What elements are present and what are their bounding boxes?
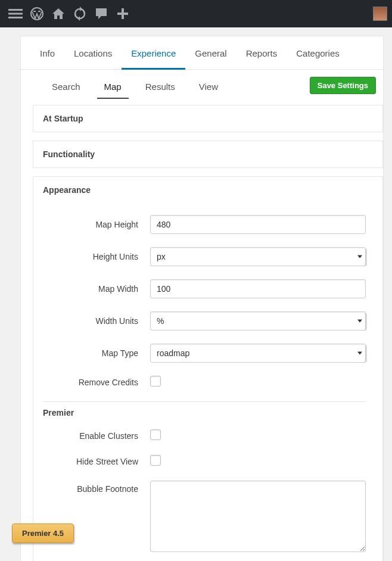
input-map-width[interactable] xyxy=(150,279,366,298)
checkbox-remove-credits[interactable] xyxy=(150,376,161,387)
textarea-bubble-footnote[interactable] xyxy=(150,481,366,552)
label-enable-clusters: Enable Clusters xyxy=(43,431,150,441)
row-height-units: Height Units px xyxy=(43,247,366,266)
svg-rect-5 xyxy=(117,13,128,15)
settings-panel: Info Locations Experience General Report… xyxy=(20,36,384,561)
checkbox-hide-street-view[interactable] xyxy=(150,455,161,466)
checkbox-enable-clusters[interactable] xyxy=(150,429,161,440)
row-map-height: Map Height xyxy=(43,215,366,234)
label-bubble-footnote: Bubble Footnote xyxy=(43,481,150,494)
label-hide-street-view: Hide Street View xyxy=(43,457,150,466)
section-functionality[interactable]: Functionality xyxy=(33,141,383,168)
menu-icon[interactable] xyxy=(5,0,26,27)
row-enable-clusters: Enable Clusters xyxy=(43,429,366,442)
save-settings-button[interactable]: Save Settings xyxy=(310,77,376,94)
row-width-units: Width Units % xyxy=(43,311,366,331)
section-header-appearance: Appearance xyxy=(33,177,382,203)
refresh-icon[interactable] xyxy=(69,0,91,27)
section-appearance: Appearance Map Height Height Units px Ma… xyxy=(33,176,383,561)
secondary-tabs: Search Map Results View xyxy=(40,76,230,99)
label-remove-credits: Remove Credits xyxy=(43,378,150,387)
tab-experience[interactable]: Experience xyxy=(122,36,185,69)
row-map-type: Map Type roadmap xyxy=(43,344,366,363)
wordpress-icon[interactable] xyxy=(26,0,48,27)
tab-info[interactable]: Info xyxy=(30,36,64,69)
premier-badge[interactable]: Premier 4.5 xyxy=(12,523,74,543)
plus-icon[interactable] xyxy=(112,0,133,27)
label-map-height: Map Height xyxy=(43,220,150,229)
secondary-tab-row: Search Map Results View Save Settings xyxy=(33,70,383,99)
admin-toolbar xyxy=(0,0,392,27)
primary-tabs: Info Locations Experience General Report… xyxy=(21,36,383,70)
select-width-units[interactable]: % xyxy=(150,311,366,331)
tab-general[interactable]: General xyxy=(185,36,236,69)
home-icon[interactable] xyxy=(48,0,69,27)
avatar[interactable] xyxy=(373,7,387,21)
subtab-map[interactable]: Map xyxy=(92,76,133,99)
label-width-units: Width Units xyxy=(43,316,150,326)
section-header-functionality: Functionality xyxy=(33,141,382,167)
comment-icon[interactable] xyxy=(91,0,112,27)
row-bubble-footnote: Bubble Footnote xyxy=(43,481,366,554)
subtab-view[interactable]: View xyxy=(187,76,230,99)
subsection-premier: Premier xyxy=(43,401,366,417)
tab-locations[interactable]: Locations xyxy=(64,36,122,69)
input-map-height[interactable] xyxy=(150,215,366,234)
tab-reports[interactable]: Reports xyxy=(237,36,287,69)
row-remove-credits: Remove Credits xyxy=(43,376,366,388)
label-map-width: Map Width xyxy=(43,284,150,294)
row-hide-street-view: Hide Street View xyxy=(43,455,366,468)
svg-rect-2 xyxy=(8,17,23,18)
section-header-at-startup: At Startup xyxy=(33,105,382,132)
label-height-units: Height Units xyxy=(43,252,150,261)
section-at-startup[interactable]: At Startup xyxy=(33,105,383,132)
subtab-search[interactable]: Search xyxy=(40,76,92,99)
label-map-type: Map Type xyxy=(43,348,150,358)
subtab-results[interactable]: Results xyxy=(133,76,187,99)
select-map-type[interactable]: roadmap xyxy=(150,344,366,363)
svg-rect-1 xyxy=(8,13,23,15)
select-height-units[interactable]: px xyxy=(150,247,366,266)
row-map-width: Map Width xyxy=(43,279,366,298)
svg-rect-0 xyxy=(8,9,23,11)
tab-categories[interactable]: Categories xyxy=(287,36,349,69)
